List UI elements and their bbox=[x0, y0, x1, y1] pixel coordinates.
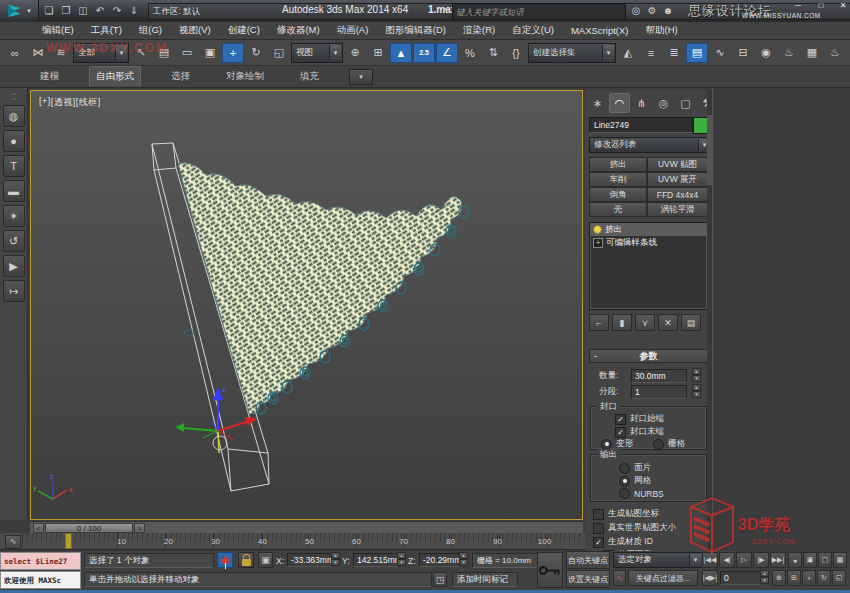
x-coord-field[interactable]: -33.363mm bbox=[287, 553, 333, 567]
tab-modify[interactable]: ◠ bbox=[609, 93, 630, 113]
new-file-button[interactable]: ❏ bbox=[42, 3, 56, 18]
menu-graph-editors[interactable]: 图形编辑器(D) bbox=[385, 24, 446, 37]
ribbon-overflow-button[interactable]: ▾ bbox=[349, 69, 373, 85]
select-and-scale-button[interactable]: ◱ bbox=[268, 43, 290, 63]
time-slider[interactable]: < 0 / 100 > bbox=[30, 521, 583, 533]
align-button[interactable]: ≡ bbox=[640, 43, 662, 63]
auto-key-button[interactable]: 自动关键点 bbox=[566, 551, 610, 569]
menu-tools[interactable]: 工具(T) bbox=[91, 24, 122, 37]
reference-coordinate-dropdown[interactable]: 视图 bbox=[291, 43, 343, 63]
render-setup-button[interactable]: ♨ bbox=[778, 43, 800, 63]
step-simulation-icon[interactable]: ↦ bbox=[3, 280, 25, 302]
show-end-result-button[interactable]: ▮ bbox=[612, 314, 632, 331]
edit-named-sets-button[interactable]: {} bbox=[505, 43, 527, 63]
select-and-manipulate-button[interactable]: ⊞ bbox=[367, 43, 389, 63]
menu-customize[interactable]: 自定义(U) bbox=[512, 24, 554, 37]
infocenter-expander-icon[interactable]: ▸ bbox=[444, 5, 448, 13]
modifier-extrude-button[interactable]: 挤出 bbox=[589, 157, 647, 172]
select-and-link-button[interactable]: ∞ bbox=[4, 43, 26, 63]
time-slider-thumb[interactable]: 0 / 100 bbox=[45, 523, 133, 533]
window-crossing-button[interactable]: ▣ bbox=[199, 43, 221, 63]
previous-frame-arrow[interactable]: < bbox=[33, 523, 44, 533]
key-filters-button[interactable]: 关键点过滤器... bbox=[628, 570, 698, 586]
viewport-shading-menu[interactable]: [线框] bbox=[76, 96, 101, 109]
maximize-viewport-button[interactable]: ◱ bbox=[832, 570, 846, 586]
tab-hierarchy[interactable]: ⋔ bbox=[631, 93, 652, 113]
select-and-rotate-button[interactable]: ↻ bbox=[245, 43, 267, 63]
selection-region-button[interactable]: ▭ bbox=[176, 43, 198, 63]
fov-button[interactable]: ▢ bbox=[818, 552, 832, 568]
generate-material-id-checkbox[interactable]: ✓生成材质 ID bbox=[593, 536, 653, 548]
segments-field[interactable]: 1 bbox=[631, 385, 687, 399]
save-file-button[interactable]: ◫ bbox=[76, 3, 90, 18]
perspective-viewport[interactable]: z z x y [+] [透视] [线框] bbox=[30, 90, 583, 520]
maxscript-listener-line2[interactable]: 欢迎使用 MAXSc bbox=[0, 571, 81, 589]
search-icon[interactable]: ◎ bbox=[629, 4, 643, 18]
menu-maxscript[interactable]: MAXScript(X) bbox=[571, 25, 629, 36]
graphite-ribbon-toggle[interactable]: ▤ bbox=[686, 43, 708, 63]
make-unique-button[interactable]: ⋎ bbox=[635, 314, 655, 331]
tab-modeling[interactable]: 建模 bbox=[34, 67, 65, 86]
tab-object-paint[interactable]: 对象绘制 bbox=[220, 67, 270, 86]
mesh-radio[interactable]: 网格 bbox=[619, 475, 651, 487]
current-frame-field[interactable]: 0 bbox=[720, 571, 762, 585]
menu-help[interactable]: 帮助(H) bbox=[645, 24, 677, 37]
menu-group[interactable]: 组(G) bbox=[139, 24, 162, 37]
y-spinner[interactable]: ▲▼ bbox=[397, 552, 406, 566]
cap-end-checkbox[interactable]: ✓封口末端 bbox=[615, 426, 664, 438]
mini-curve-editor-button[interactable]: ∿ bbox=[5, 535, 21, 549]
isolate-selection-toggle[interactable] bbox=[217, 552, 233, 568]
application-menu-button[interactable]: ▼ bbox=[0, 0, 39, 22]
layer-manager-button[interactable]: ≣ bbox=[663, 43, 685, 63]
material-editor-button[interactable]: ◉ bbox=[755, 43, 777, 63]
z-spinner[interactable]: ▲▼ bbox=[459, 552, 468, 566]
tab-freeform[interactable]: 自由形式 bbox=[89, 66, 141, 87]
generate-mapping-checkbox[interactable]: 生成贴图坐标 bbox=[593, 508, 659, 520]
maximize-button[interactable]: □ bbox=[813, 0, 829, 11]
lock-selection-toggle[interactable] bbox=[238, 552, 254, 568]
rendered-frame-button[interactable]: ▦ bbox=[801, 43, 823, 63]
menu-create[interactable]: 创建(C) bbox=[228, 24, 260, 37]
z-coord-field[interactable]: -20.29mm bbox=[419, 553, 461, 567]
open-file-button[interactable]: ❐ bbox=[59, 3, 73, 18]
set-key-big-button[interactable] bbox=[537, 552, 563, 588]
signin-icon[interactable]: ☻ bbox=[661, 4, 675, 18]
cap-start-checkbox[interactable]: ✓封口始端 bbox=[615, 413, 664, 425]
y-coord-field[interactable]: 142.515mm bbox=[353, 553, 399, 567]
object-name-field[interactable]: Line2749 bbox=[589, 117, 693, 133]
stack-item-extrude[interactable]: 挤出 bbox=[590, 223, 707, 236]
absolute-offset-toggle[interactable]: ▣ bbox=[258, 552, 273, 568]
viewport-general-menu[interactable]: [+] bbox=[39, 96, 51, 109]
modifier-turbosmooth-button[interactable]: 涡轮平滑 bbox=[647, 202, 708, 217]
select-and-move-button[interactable]: + bbox=[222, 43, 244, 63]
amount-field[interactable]: 30.0mm bbox=[631, 369, 687, 383]
mirror-button[interactable]: ◭ bbox=[617, 43, 639, 63]
constraint-icon[interactable]: ▬ bbox=[3, 180, 25, 202]
tab-create[interactable]: ∗ bbox=[587, 93, 608, 113]
menu-edit[interactable]: 编辑(E) bbox=[42, 24, 74, 37]
undo-button[interactable]: ↶ bbox=[93, 3, 107, 18]
add-time-tag[interactable]: 添加时间标记 bbox=[452, 572, 518, 587]
wrench-icon[interactable]: ⚙ bbox=[645, 4, 659, 18]
ragdoll-icon[interactable]: ✶ bbox=[3, 205, 25, 227]
menu-animation[interactable]: 动画(A) bbox=[337, 24, 369, 37]
modifier-bevel-button[interactable]: 倒角 bbox=[589, 187, 647, 202]
amount-spinner[interactable]: ▲▼ bbox=[692, 368, 701, 382]
zoom-all-button[interactable]: ⊞ bbox=[787, 570, 801, 586]
massfx-tools-icon[interactable]: ◍ bbox=[3, 105, 25, 127]
tab-selection[interactable]: 选择 bbox=[165, 67, 196, 86]
schematic-view-button[interactable]: ⊟ bbox=[732, 43, 754, 63]
project-fetch-button[interactable]: ⇓ bbox=[127, 3, 141, 18]
track-bar[interactable]: ∿ 102030405060708090100 bbox=[0, 533, 585, 550]
nurbs-radio[interactable]: NURBS bbox=[619, 488, 664, 499]
tab-populate[interactable]: 填充 bbox=[294, 67, 325, 86]
tab-display[interactable]: ▢ bbox=[675, 93, 696, 113]
rigid-body-icon[interactable]: ● bbox=[3, 130, 25, 152]
prompt-grab-icon[interactable]: ◳ bbox=[433, 572, 447, 587]
pin-stack-button[interactable]: ⌐ bbox=[589, 314, 609, 331]
x-spinner[interactable]: ▲▼ bbox=[331, 552, 340, 566]
spinner-snap-button[interactable]: ⇅ bbox=[482, 43, 504, 63]
angle-snap-button[interactable]: ∠ bbox=[436, 43, 458, 63]
stack-item-editable-spline[interactable]: + 可编辑样条线 bbox=[590, 236, 707, 249]
frame-spinner[interactable]: ▲▼ bbox=[760, 570, 769, 584]
